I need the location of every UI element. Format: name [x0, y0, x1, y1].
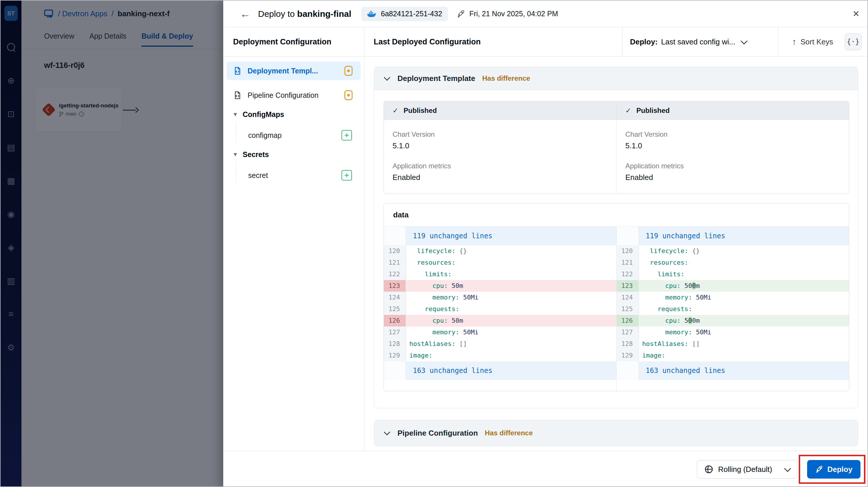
rocket-icon	[815, 465, 824, 474]
code-line: image:	[406, 350, 616, 361]
has-difference-badge: Has difference	[485, 429, 533, 437]
modal-dim-overlay[interactable]	[1, 1, 223, 487]
line-number: 124	[617, 292, 639, 303]
pipeline-configuration-header[interactable]: Pipeline Configuration Has difference	[374, 420, 858, 446]
gutter	[384, 227, 406, 245]
deployment-strategy-select[interactable]: Rolling (Default)	[697, 460, 797, 479]
config-field: Chart Version5.1.0	[625, 130, 849, 150]
line-number: 125	[617, 303, 639, 315]
published-compare-box: ✓Published✓Published Chart Version5.1.0A…	[383, 101, 849, 194]
code-line: limits:	[406, 268, 616, 280]
diff-pane-right: 119 unchanged lines120 lifecycle: {}121 …	[616, 227, 849, 391]
compare-panel-title: Last Deployed Configuration	[365, 27, 622, 56]
nav-group-configmaps[interactable]: ▾ConfigMaps	[227, 107, 361, 121]
nav-item-configmap[interactable]: configmap+	[227, 127, 361, 143]
nav-item-secret[interactable]: secret+	[227, 167, 361, 183]
code-line: requests:	[406, 303, 616, 315]
nav-item-label: secret	[248, 171, 342, 180]
line-number: 125	[384, 303, 406, 315]
published-label: Published	[637, 107, 670, 115]
nav-item-deployment-templ-[interactable]: Deployment Templ...	[227, 61, 361, 80]
field-value: 5.1.0	[625, 141, 849, 150]
diff-line: 120 lifecycle: {}	[617, 245, 849, 257]
config-panel-title: Deployment Configuration	[223, 27, 365, 56]
diff-line: 120 lifecycle: {}	[384, 245, 616, 257]
deploy-select-value: Last saved config wi...	[661, 37, 735, 47]
code-line: hostAliases: []	[406, 338, 616, 350]
field-label: Application metrics	[625, 162, 849, 170]
code-line: memory: 50Mi	[639, 326, 849, 338]
code-line: requests:	[639, 303, 849, 315]
line-number: 127	[384, 326, 406, 338]
gutter	[384, 361, 406, 380]
deployment-config-nav: Deployment Templ...Pipeline Configuratio…	[223, 57, 365, 451]
nav-group-label: Secrets	[243, 150, 269, 159]
nav-item-label: Deployment Templ...	[248, 67, 344, 75]
line-number: 129	[384, 350, 406, 361]
back-icon[interactable]: ←	[240, 8, 252, 20]
image-tag-chip: 6a824121-251-432	[361, 7, 448, 21]
unchanged-lines-link[interactable]: 163 unchanged lines	[406, 361, 616, 380]
field-value: Enabled	[393, 173, 616, 182]
diff-expand-band: 119 unchanged lines	[617, 227, 849, 245]
code-line: resources:	[639, 257, 849, 268]
caret-down-icon: ▾	[234, 111, 237, 118]
line-number: 122	[384, 268, 406, 280]
unchanged-lines-link[interactable]: 163 unchanged lines	[639, 361, 849, 380]
rocket-icon	[457, 9, 465, 18]
unchanged-lines-link[interactable]: 119 unchanged lines	[406, 227, 616, 245]
target-env-name: banking-final	[297, 9, 351, 19]
diff-line: 125 requests:	[384, 303, 616, 315]
diff-expand-band: 163 unchanged lines	[384, 361, 616, 380]
sort-ascending-icon: ↑	[792, 37, 796, 47]
code-line: cpu: 50m	[406, 280, 616, 292]
code-line: memory: 50Mi	[406, 326, 616, 338]
tree-indent-guide	[236, 162, 236, 182]
deployment-template-section: Deployment Template Has difference ✓Publ…	[374, 67, 858, 408]
line-number: 128	[384, 338, 406, 350]
diff-line: 129image:	[384, 350, 616, 361]
code-line: cpu: 50m	[406, 315, 616, 326]
chevron-down-icon	[784, 465, 791, 472]
nav-item-pipeline-configuration[interactable]: Pipeline Configuration	[227, 86, 361, 105]
config-field: Chart Version5.1.0	[393, 130, 616, 150]
line-number: 120	[384, 245, 406, 257]
deploy-button[interactable]: Deploy	[807, 460, 861, 479]
deploy-button-label: Deploy	[828, 465, 852, 474]
code-line: resources:	[406, 257, 616, 268]
code-line: memory: 50Mi	[639, 292, 849, 303]
diff-line: 121 resources:	[384, 257, 616, 268]
section-title: Pipeline Configuration	[398, 429, 478, 438]
code-line: lifecycle: {}	[406, 245, 616, 257]
modified-badge-icon	[344, 66, 352, 76]
strategy-label: Rolling (Default)	[718, 465, 782, 474]
nav-group-secrets[interactable]: ▾Secrets	[227, 147, 361, 161]
published-fields-column: Chart Version5.1.0Application metricsEna…	[616, 120, 849, 194]
nav-item-label: configmap	[248, 131, 342, 140]
code-view-toggle[interactable]: {·}	[845, 33, 862, 50]
code-line: lifecycle: {}	[639, 245, 849, 257]
field-value: 5.1.0	[393, 141, 616, 150]
check-icon: ✓	[393, 107, 398, 115]
field-label: Chart Version	[393, 130, 616, 138]
diff-line: 127 memory: 50Mi	[617, 326, 849, 338]
config-field: Application metricsEnabled	[393, 162, 616, 182]
published-status-header: ✓Published	[616, 101, 849, 120]
deployment-template-header[interactable]: Deployment Template Has difference	[374, 67, 858, 90]
caret-down-icon: ▾	[234, 151, 237, 158]
tree-indent-guide	[236, 122, 236, 142]
add-override-icon[interactable]: +	[342, 170, 352, 180]
gutter	[617, 227, 639, 245]
diff-line: 123 cpu: 50m	[384, 280, 616, 292]
sort-keys-button[interactable]: Sort Keys	[801, 37, 833, 47]
code-line: memory: 50Mi	[406, 292, 616, 303]
published-fields-column: Chart Version5.1.0Application metricsEna…	[384, 120, 616, 194]
line-number: 126	[384, 315, 406, 326]
deploy-config-select[interactable]: Deploy: Last saved config wi...	[622, 27, 778, 56]
unchanged-lines-link[interactable]: 119 unchanged lines	[639, 227, 849, 245]
chevron-down-icon	[384, 429, 391, 436]
diff-line: 121 resources:	[617, 257, 849, 268]
close-icon[interactable]: ×	[853, 8, 859, 19]
add-override-icon[interactable]: +	[342, 130, 352, 141]
code-line: hostAliases: []	[639, 338, 849, 350]
